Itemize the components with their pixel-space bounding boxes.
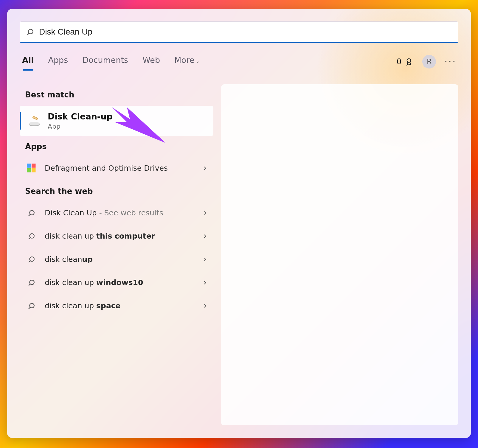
- medal-icon: [404, 57, 413, 66]
- defrag-icon: [25, 162, 38, 175]
- svg-line-21: [29, 307, 30, 309]
- section-title-apps: Apps: [25, 142, 213, 151]
- svg-point-16: [30, 257, 34, 261]
- chevron-right-icon: [202, 256, 208, 262]
- chevron-right-icon: [202, 233, 208, 239]
- web-result-3[interactable]: disk clean up windows10: [20, 272, 213, 293]
- svg-point-2: [407, 59, 411, 63]
- search-input[interactable]: [39, 27, 451, 37]
- tab-web[interactable]: Web: [142, 54, 161, 69]
- svg-line-19: [29, 284, 30, 285]
- svg-line-17: [29, 261, 30, 262]
- chevron-right-icon: [202, 165, 208, 171]
- svg-point-14: [30, 234, 34, 238]
- svg-line-1: [27, 33, 29, 35]
- web-result-label: disk cleanup: [45, 254, 195, 265]
- disk-cleanup-icon: [27, 113, 42, 128]
- search-bar[interactable]: [20, 21, 458, 43]
- web-result-label: disk clean up this computer: [45, 231, 195, 241]
- svg-rect-11: [32, 168, 36, 172]
- best-match-result[interactable]: Disk Clean-up App: [20, 106, 213, 136]
- web-result-label: Disk Clean Up - See web results: [45, 208, 195, 218]
- svg-rect-8: [27, 164, 31, 168]
- svg-line-13: [29, 214, 30, 216]
- search-icon: [25, 276, 38, 289]
- tab-apps[interactable]: Apps: [47, 54, 69, 69]
- search-icon: [25, 299, 38, 312]
- preview-pane: [221, 84, 458, 425]
- svg-point-4: [29, 122, 40, 125]
- svg-line-15: [29, 237, 30, 239]
- svg-rect-10: [27, 168, 31, 172]
- filter-tabs: All Apps Documents Web More⌄: [21, 54, 201, 69]
- svg-point-18: [30, 280, 34, 284]
- more-options-button[interactable]: ···: [444, 56, 457, 67]
- search-icon: [27, 28, 34, 36]
- search-icon: [25, 206, 38, 220]
- svg-point-20: [30, 303, 34, 308]
- best-match-title: Disk Clean-up: [48, 112, 112, 122]
- web-result-0[interactable]: Disk Clean Up - See web results: [20, 202, 213, 224]
- svg-point-0: [29, 29, 33, 34]
- chevron-right-icon: [202, 210, 208, 216]
- web-result-1[interactable]: disk clean up this computer: [20, 225, 213, 247]
- search-icon: [25, 230, 38, 243]
- rewards-count: 0: [397, 57, 402, 66]
- tab-documents[interactable]: Documents: [82, 54, 129, 69]
- search-icon: [25, 253, 38, 266]
- tab-more[interactable]: More⌄: [174, 54, 201, 69]
- svg-rect-9: [32, 164, 36, 168]
- web-result-4[interactable]: disk clean up space: [20, 295, 213, 317]
- rewards-button[interactable]: 0: [397, 57, 414, 66]
- user-avatar[interactable]: R: [422, 55, 436, 69]
- section-title-web: Search the web: [25, 187, 213, 196]
- section-title-best-match: Best match: [25, 90, 213, 99]
- search-panel: All Apps Documents Web More⌄ 0 R ··· Bes…: [7, 9, 471, 438]
- tab-all[interactable]: All: [21, 54, 34, 69]
- app-result-label: Defragment and Optimise Drives: [45, 163, 195, 173]
- nav-row: All Apps Documents Web More⌄ 0 R ···: [20, 54, 458, 72]
- web-result-label: disk clean up space: [45, 301, 195, 311]
- best-match-subtitle: App: [48, 123, 112, 130]
- app-result-defrag[interactable]: Defragment and Optimise Drives: [20, 158, 213, 179]
- chevron-right-icon: [202, 303, 208, 309]
- svg-point-12: [30, 210, 34, 215]
- results-column: Best match Disk Clean-up App: [20, 84, 213, 425]
- chevron-down-icon: ⌄: [195, 58, 200, 64]
- chevron-right-icon: [202, 280, 208, 286]
- web-result-label: disk clean up windows10: [45, 278, 195, 288]
- web-result-2[interactable]: disk cleanup: [20, 249, 213, 270]
